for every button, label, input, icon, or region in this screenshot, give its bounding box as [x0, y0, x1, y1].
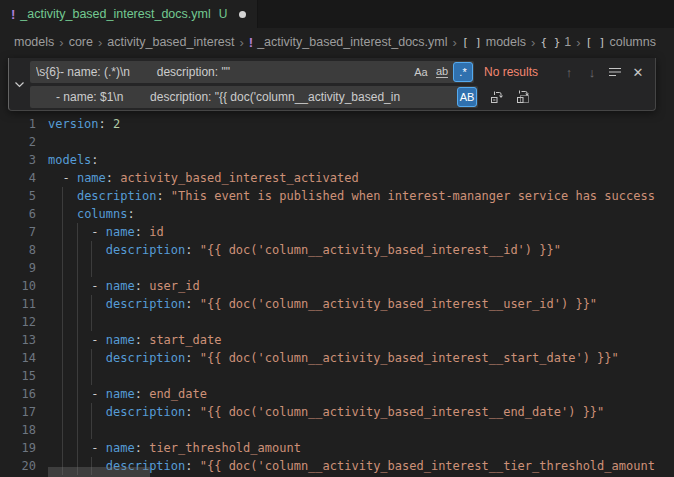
code-line[interactable]: 2 [0, 133, 674, 151]
code-text: - name: id [48, 223, 674, 241]
line-number: 14 [0, 349, 48, 367]
code-line[interactable]: 19 - name: tier_threshold_amount [0, 439, 674, 457]
line-number: 20 [0, 457, 48, 475]
line-number: 16 [0, 385, 48, 403]
replace-buttons [487, 87, 533, 107]
code-text: columns: [48, 205, 674, 223]
code-text: models: [48, 151, 674, 169]
line-number: 4 [0, 169, 48, 187]
line-number: 15 [0, 367, 48, 385]
indent-guide-icon [77, 313, 78, 331]
previous-match-icon[interactable]: ↑ [559, 62, 579, 82]
code-text: - name: start_date [48, 331, 674, 349]
code-text: version: 2 [48, 115, 674, 133]
code-line[interactable]: 13 - name: start_date [0, 331, 674, 349]
code-line[interactable]: 8 description: "{{ doc('column__activity… [0, 241, 674, 259]
line-number: 17 [0, 403, 48, 421]
code-editor[interactable]: 1version: 223models:4 - name: activity_b… [0, 56, 674, 477]
breadcrumb-label: core [69, 35, 93, 49]
indent-guide-icon [91, 313, 92, 331]
line-number: 12 [0, 313, 48, 331]
vscode-window: { "tab": { "file_icon": "!", "title": "_… [0, 0, 674, 477]
find-input[interactable] [30, 61, 410, 83]
horizontal-scrollbar[interactable] [48, 467, 150, 477]
replace-all-icon[interactable] [513, 87, 533, 107]
line-number: 5 [0, 187, 48, 205]
breadcrumb-separator: › [531, 35, 535, 50]
replace-input[interactable] [30, 86, 456, 108]
code-text: description: "{{ doc('column__activity_b… [48, 403, 674, 421]
line-number: 9 [0, 259, 48, 277]
breadcrumb-item[interactable]: core [69, 35, 93, 49]
code-text: description: "{{ doc('column__activity_b… [48, 349, 674, 367]
close-icon[interactable]: ✕ [628, 62, 648, 82]
indent-guide-icon [91, 367, 92, 385]
find-row: Aa ab .* No results ↑ ↓ ✕ [30, 61, 651, 83]
indent-guide-icon [91, 421, 92, 439]
symbol-array-icon: [ ] [462, 36, 482, 49]
find-in-selection-icon[interactable] [605, 62, 625, 82]
preserve-case-icon[interactable]: AB [457, 87, 477, 107]
breadcrumb-separator: › [239, 35, 243, 50]
tab-active-file[interactable]: ! _activity_based_interest_docs.yml U [0, 0, 258, 28]
whole-word-label: ab [436, 66, 448, 78]
breadcrumb-item[interactable]: activity_based_interest [107, 35, 234, 49]
toggle-replace-button[interactable] [9, 58, 30, 110]
line-number: 8 [0, 241, 48, 259]
find-nav-buttons: ↑ ↓ ✕ [559, 62, 651, 82]
line-number: 19 [0, 439, 48, 457]
code-line[interactable]: 16 - name: end_date [0, 385, 674, 403]
replace-row: AB [30, 86, 651, 108]
breadcrumb-item[interactable]: !_activity_based_interest_docs.yml [249, 35, 448, 50]
next-match-icon[interactable]: ↓ [582, 62, 602, 82]
code-line[interactable]: 1version: 2 [0, 115, 674, 133]
tab-title: _activity_based_interest_docs.yml [20, 7, 210, 21]
code-line[interactable]: 7 - name: id [0, 223, 674, 241]
code-text: - name: end_date [48, 385, 674, 403]
match-case-icon[interactable]: Aa [411, 62, 431, 82]
git-untracked-badge: U [219, 7, 228, 21]
breadcrumb-label: activity_based_interest [107, 35, 234, 49]
indent-guide-icon [77, 367, 78, 385]
line-number: 6 [0, 205, 48, 223]
symbol-array-icon: [ ] [586, 36, 606, 49]
line-number: 3 [0, 151, 48, 169]
line-number: 1 [0, 115, 48, 133]
breadcrumb-separator: › [98, 35, 102, 50]
line-number: 13 [0, 331, 48, 349]
whole-word-icon[interactable]: ab [432, 62, 452, 82]
chevron-down-icon [14, 79, 25, 90]
breadcrumb-label: 1 [564, 35, 571, 49]
code-line[interactable]: 9 [0, 259, 674, 277]
breadcrumb-item[interactable]: [ ]columns [586, 35, 656, 49]
line-number: 10 [0, 277, 48, 295]
line-number: 11 [0, 295, 48, 313]
code-line[interactable]: 4 - name: activity_based_interest_activa… [0, 169, 674, 187]
unsaved-dot-icon[interactable] [239, 11, 246, 18]
code-line[interactable]: 5 description: "This event is published … [0, 187, 674, 205]
code-line[interactable]: 15 [0, 367, 674, 385]
breadcrumb-label: models [486, 35, 526, 49]
code-text: description: "This event is published wh… [48, 187, 674, 205]
code-line[interactable]: 17 description: "{{ doc('column__activit… [0, 403, 674, 421]
breadcrumb-item[interactable]: models [14, 35, 54, 49]
code-line[interactable]: 10 - name: user_id [0, 277, 674, 295]
code-line[interactable]: 14 description: "{{ doc('column__activit… [0, 349, 674, 367]
code-line[interactable]: 11 description: "{{ doc('column__activit… [0, 295, 674, 313]
find-status: No results [484, 65, 538, 79]
code-line[interactable]: 3models: [0, 151, 674, 169]
regex-icon[interactable]: .* [453, 62, 473, 82]
code-text: - name: user_id [48, 277, 674, 295]
tab-bar: ! _activity_based_interest_docs.yml U [0, 0, 674, 28]
code-line[interactable]: 6 columns: [0, 205, 674, 223]
indent-guide-icon [62, 367, 63, 385]
indent-guide-icon [77, 421, 78, 439]
find-input-box: Aa ab .* [30, 61, 474, 83]
code-lines: 1version: 223models:4 - name: activity_b… [0, 115, 674, 475]
replace-icon[interactable] [487, 87, 507, 107]
code-line[interactable]: 12 [0, 313, 674, 331]
code-line[interactable]: 18 [0, 421, 674, 439]
line-number: 7 [0, 223, 48, 241]
breadcrumb-item[interactable]: { }1 [540, 35, 571, 49]
breadcrumb-item[interactable]: [ ]models [462, 35, 526, 49]
